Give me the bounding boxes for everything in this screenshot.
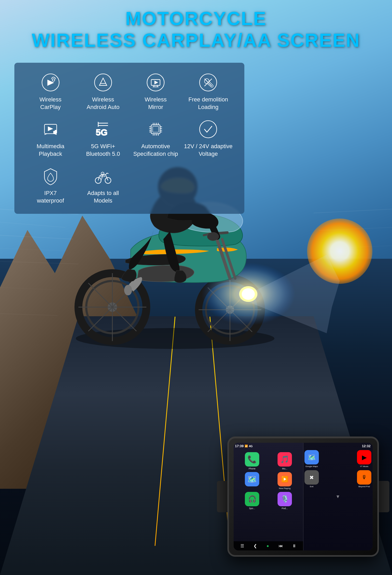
multimedia-icon [40, 119, 61, 140]
time-right: 12:32 [362, 444, 371, 448]
feature-voltage: 12V / 24V adaptiveVoltage [184, 119, 233, 158]
prev-icon[interactable]: ⏮ [279, 544, 283, 548]
svg-point-28 [124, 285, 132, 295]
waterproof-icon [40, 165, 61, 186]
svg-marker-53 [48, 127, 53, 131]
feature-5g-wifi: 5G 5G WiFi+Bluetooth 5.0 [79, 119, 127, 158]
spotify-bottom-icon[interactable]: ● [267, 544, 269, 548]
app-exit[interactable]: ✖ Exit [304, 470, 319, 488]
svg-point-37 [242, 288, 255, 300]
svg-point-85 [101, 172, 104, 175]
now-playing-label: Now Playing [279, 487, 290, 490]
feature-wireless-mirror: WirelessMirror [131, 72, 180, 111]
bottom-bar-left: ☰ ❮ ● ⏮ ⏸ [234, 541, 303, 550]
chip-icon [145, 119, 166, 140]
svg-rect-56 [53, 131, 55, 134]
feature-label-carplay: WirelessCarPlay [39, 96, 61, 111]
app-yt-music[interactable]: ▶ YT Music [357, 450, 371, 468]
features-panel: WirelessCarPlay WirelessAndroid Auto [14, 63, 244, 214]
signal-type: 4G [249, 445, 253, 448]
empty-slot-2 [184, 165, 233, 204]
app-music[interactable]: 🎵 Mu... [269, 452, 300, 470]
feature-all-models: Adapts to allModels [79, 165, 127, 204]
svg-point-40 [52, 79, 55, 81]
feature-label-chip: AutomotiveSpecification chip [133, 143, 178, 158]
feature-wireless-carplay: WirelessCarPlay [26, 72, 75, 111]
time-left: 17:39 [235, 444, 244, 448]
svg-marker-48 [155, 81, 158, 84]
svg-point-80 [200, 120, 217, 138]
feature-label-ipx7: IPX7waterproof [37, 189, 64, 204]
app-spotify[interactable]: 🎧 Spo... [237, 492, 267, 510]
app-maps[interactable]: 🗺️ [237, 472, 267, 490]
motorcycle-icon [93, 165, 113, 186]
device-container: 17:39 📶 4G 📞 Phone 🎵 Mu... [227, 436, 379, 557]
tools-icon [198, 72, 219, 93]
feature-label-multimedia: MultimediaPlayback [37, 143, 64, 158]
android-auto-icon [93, 72, 113, 93]
app-now-playing[interactable]: ▶️ Now Playing [269, 472, 300, 490]
device-screen: 17:39 📶 4G 📞 Phone 🎵 Mu... [234, 443, 373, 550]
status-bar-left: 17:39 📶 4G [235, 444, 253, 448]
feature-label-demolition: Free demolitionLoading [188, 96, 228, 111]
screen-left-carplay: 17:39 📶 4G 📞 Phone 🎵 Mu... [234, 443, 303, 550]
pause-icon[interactable]: ⏸ [292, 544, 296, 548]
app-list-right: 🗺️ Google Maps ▶ YT Music ✖ Exit [304, 450, 371, 490]
svg-text:5G: 5G [96, 127, 107, 137]
app-podcast[interactable]: 🎙️ Pod... [269, 492, 300, 510]
svg-rect-63 [153, 126, 159, 132]
header: MOTORCYCLE WIRELESS CARPLAY/AA SCREEN [0, 8, 392, 51]
svg-line-83 [106, 173, 107, 175]
features-row1: WirelessCarPlay WirelessAndroid Auto [26, 72, 233, 111]
mirror-icon [145, 72, 166, 93]
voltage-icon [198, 119, 219, 140]
screen-divider [303, 443, 303, 550]
main-title-line2: WIRELESS CARPLAY/AA SCREEN [0, 30, 392, 51]
menu-icon[interactable]: ☰ [240, 543, 244, 548]
5g-icon: 5G [93, 119, 113, 140]
back-icon[interactable]: ❮ [253, 543, 257, 548]
feature-chip: AutomotiveSpecification chip [131, 119, 180, 158]
app-phone[interactable]: 📞 Phone [237, 452, 267, 470]
feature-label-all-models: Adapts to allModels [87, 189, 119, 204]
signal-icon: 📶 [245, 445, 248, 447]
app-google-maps[interactable]: 🗺️ Google Maps [304, 450, 319, 468]
feature-ipx7: IPX7waterproof [26, 165, 75, 204]
main-title-line1: MOTORCYCLE [0, 8, 392, 30]
features-row3: IPX7waterproof [26, 165, 233, 204]
svg-line-84 [107, 173, 108, 174]
feature-label-android-auto: WirelessAndroid Auto [87, 96, 119, 111]
svg-point-41 [95, 74, 112, 91]
feature-label-voltage: 12V / 24V adaptiveVoltage [184, 143, 233, 158]
feature-android-auto: WirelessAndroid Auto [79, 72, 127, 111]
features-row2: MultimediaPlayback 5G 5G WiFi+Bluetooth … [26, 119, 233, 158]
feature-multimedia: MultimediaPlayback [26, 119, 75, 158]
empty-slot-1 [131, 165, 180, 204]
svg-rect-57 [55, 130, 56, 134]
svg-point-35 [207, 232, 219, 241]
feature-label-mirror: WirelessMirror [145, 96, 166, 111]
scroll-arrow-down[interactable]: ▼ [336, 494, 340, 499]
feature-free-demolition: Free demolitionLoading [184, 72, 233, 111]
feature-label-5g: 5G WiFi+Bluetooth 5.0 [86, 143, 120, 158]
device-body: 17:39 📶 4G 📞 Phone 🎵 Mu... [227, 436, 379, 557]
app-beyond-pod[interactable]: 🎙 Beyond Pod [357, 470, 371, 488]
screen-right-android-auto: 12:32 🗺️ Google Maps ▶ YT Music [303, 443, 373, 550]
carplay-icon [40, 72, 61, 93]
